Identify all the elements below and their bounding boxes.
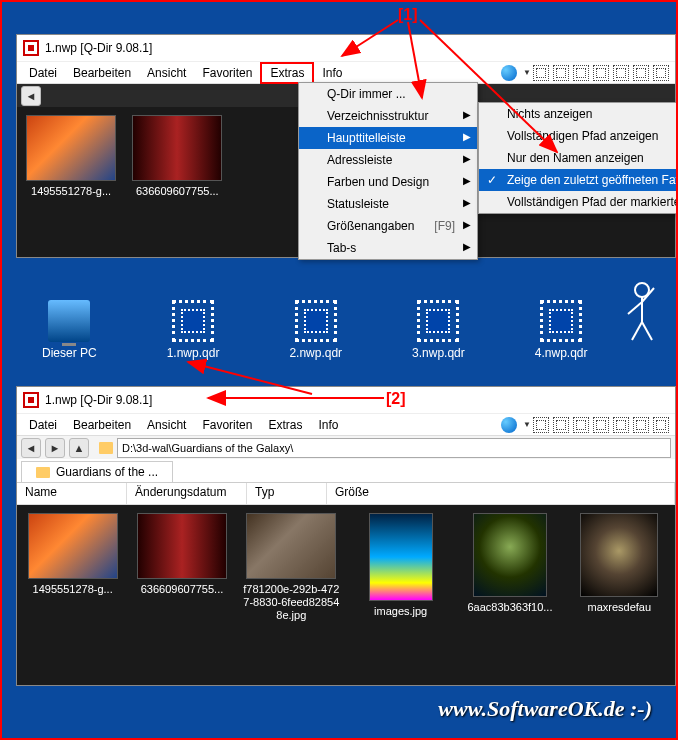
titlebar-2[interactable]: 1.nwp [Q-Dir 9.08.1] — [17, 387, 675, 413]
shortcut-label: [F9] — [434, 219, 455, 233]
file-name: f781200e-292b-4727-8830-6feed828548e.jpg — [242, 583, 341, 623]
layout-icon[interactable] — [533, 65, 549, 81]
layout-icon[interactable] — [553, 65, 569, 81]
desktop-icons: Dieser PC 1.nwp.qdr 2.nwp.qdr 3.nwp.qdr … — [42, 300, 666, 360]
sub-nichts[interactable]: Nichts anzeigen — [479, 103, 678, 125]
col-name[interactable]: Name — [17, 483, 127, 504]
menu-ansicht[interactable]: Ansicht — [139, 64, 194, 82]
layout-icon[interactable] — [613, 417, 629, 433]
dd-label: Größenangaben — [327, 219, 414, 233]
dd-groessen[interactable]: Größenangaben[F9]▶ — [299, 215, 477, 237]
layout-icon[interactable] — [593, 65, 609, 81]
dd-farben[interactable]: Farben und Design▶ — [299, 171, 477, 193]
nav-back[interactable]: ◄ — [21, 86, 41, 106]
layout-icon[interactable] — [573, 417, 589, 433]
file-item[interactable]: f781200e-292b-4727-8830-6feed828548e.jpg — [242, 513, 341, 677]
sub-nurname[interactable]: Nur den Namen anzeigen — [479, 147, 678, 169]
check-icon: ✓ — [487, 173, 497, 187]
globe-icon[interactable] — [501, 65, 517, 81]
sub-vollpfad[interactable]: Vollständigen Pfad anzeigen — [479, 125, 678, 147]
qdr-icon — [295, 300, 337, 342]
tab-guardians[interactable]: Guardians of the ... — [21, 461, 173, 482]
submenu-arrow-icon: ▶ — [463, 131, 471, 142]
menu-extras[interactable]: Extras — [260, 62, 314, 84]
dropdown-icon[interactable]: ▼ — [523, 68, 531, 77]
svg-line-8 — [632, 322, 642, 340]
layout-icon[interactable] — [573, 65, 589, 81]
layout-icon[interactable] — [633, 417, 649, 433]
titlebar-1[interactable]: 1.nwp [Q-Dir 9.08.1] — [17, 35, 675, 61]
thumbnail-icon — [580, 513, 658, 597]
menu-favoriten[interactable]: Favoriten — [194, 64, 260, 82]
submenu-arrow-icon: ▶ — [463, 175, 471, 186]
menu-datei[interactable]: Datei — [21, 416, 65, 434]
dd-label: Verzeichnisstruktur — [327, 109, 428, 123]
dd-statusleiste[interactable]: Statusleiste▶ — [299, 193, 477, 215]
file-name: 636609607755... — [129, 185, 225, 198]
qdr-icon — [417, 300, 459, 342]
app-icon — [23, 392, 39, 408]
nav-back[interactable]: ◄ — [21, 438, 41, 458]
window-title: 1.nwp [Q-Dir 9.08.1] — [45, 41, 152, 55]
qdr-file-1[interactable]: 1.nwp.qdr — [167, 300, 220, 360]
col-type[interactable]: Typ — [247, 483, 327, 504]
menu-datei[interactable]: Datei — [21, 64, 65, 82]
sub-pfad-markiert[interactable]: Vollständigen Pfad der markierten Datei — [479, 191, 678, 213]
menu-favoriten[interactable]: Favoriten — [194, 416, 260, 434]
layout-icon[interactable] — [593, 417, 609, 433]
dd-verzeichnis[interactable]: Verzeichnisstruktur▶ — [299, 105, 477, 127]
menu-bearbeiten[interactable]: Bearbeiten — [65, 64, 139, 82]
qdr-file-4[interactable]: 4.nwp.qdr — [535, 300, 588, 360]
dd-tabs[interactable]: Tab-s▶ — [299, 237, 477, 259]
layout-icon[interactable] — [633, 65, 649, 81]
menu-ansicht[interactable]: Ansicht — [139, 416, 194, 434]
file-item[interactable]: images.jpg — [351, 513, 450, 677]
nav-fwd[interactable]: ► — [45, 438, 65, 458]
dd-qdir-immer[interactable]: Q-Dir immer ... — [299, 83, 477, 105]
app-icon — [23, 40, 39, 56]
file-item[interactable]: maxresdefau — [570, 513, 669, 677]
tab-label: Guardians of the ... — [56, 465, 158, 479]
layout-icon[interactable] — [553, 417, 569, 433]
dd-adressleiste[interactable]: Adressleiste▶ — [299, 149, 477, 171]
col-size[interactable]: Größe — [327, 483, 675, 504]
nav-up[interactable]: ▲ — [69, 438, 89, 458]
dd-label: Adressleiste — [327, 153, 392, 167]
mascot-icon — [620, 280, 664, 344]
watermark: www.SoftwareOK.de :-) — [438, 696, 652, 722]
dd-label: Haupttitelleiste — [327, 131, 406, 145]
file-item[interactable]: 636609607755... — [129, 115, 225, 249]
layout-icon[interactable] — [653, 65, 669, 81]
layout-icon[interactable] — [613, 65, 629, 81]
dd-label: Farben und Design — [327, 175, 429, 189]
dd-label: Zeige den zuletzt geöffneten Favoriten — [507, 173, 678, 187]
file-item[interactable]: 1495551278-g... — [23, 115, 119, 249]
thumbnail-icon — [26, 115, 116, 181]
file-pane-2[interactable]: 1495551278-g... 636609607755... f781200e… — [17, 505, 675, 685]
menu-extras[interactable]: Extras — [260, 416, 310, 434]
layout-icon[interactable] — [533, 417, 549, 433]
dropdown-icon[interactable]: ▼ — [523, 420, 531, 429]
qdr-file-3[interactable]: 3.nwp.qdr — [412, 300, 465, 360]
menu-info[interactable]: Info — [310, 416, 346, 434]
layout-icon[interactable] — [653, 417, 669, 433]
dieser-pc-icon[interactable]: Dieser PC — [42, 300, 97, 360]
sub-zuletzt-favorit[interactable]: ✓Zeige den zuletzt geöffneten Favoriten — [479, 169, 678, 191]
globe-icon[interactable] — [501, 417, 517, 433]
qdr-icon — [172, 300, 214, 342]
window-title: 1.nwp [Q-Dir 9.08.1] — [45, 393, 152, 407]
tab-row: Guardians of the ... — [17, 459, 675, 483]
address-bar[interactable]: D:\3d-wal\Guardians of the Galaxy\ — [117, 438, 671, 458]
dd-haupttitelleiste[interactable]: Haupttitelleiste▶ — [299, 127, 477, 149]
file-item[interactable]: 6aac83b363f10... — [460, 513, 559, 677]
file-item[interactable]: 1495551278-g... — [23, 513, 122, 677]
column-headers: Name Änderungsdatum Typ Größe — [17, 483, 675, 505]
icon-label: 3.nwp.qdr — [412, 346, 465, 360]
submenu-arrow-icon: ▶ — [463, 109, 471, 120]
menu-bearbeiten[interactable]: Bearbeiten — [65, 416, 139, 434]
qdr-file-2[interactable]: 2.nwp.qdr — [289, 300, 342, 360]
menu-info[interactable]: Info — [314, 64, 350, 82]
col-date[interactable]: Änderungsdatum — [127, 483, 247, 504]
file-item[interactable]: 636609607755... — [132, 513, 231, 677]
annotation-1: [1] — [398, 6, 418, 24]
